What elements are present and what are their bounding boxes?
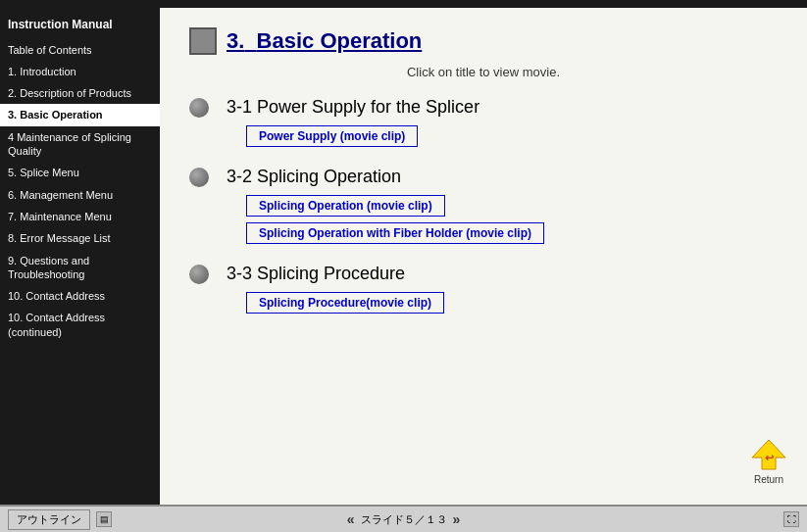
section-31-title: 3-1 Power Supply for the Splicer: [227, 97, 479, 118]
sidebar-item-toc[interactable]: Table of Contents: [0, 39, 160, 61]
link-proc[interactable]: Splicing Procedure(movie clip): [246, 292, 444, 314]
section-32-links: Splicing Operation (movie clip)Splicing …: [246, 195, 778, 244]
outline-icon[interactable]: ▤: [96, 511, 112, 527]
sidebar-item-contact[interactable]: 10. Contact Address: [0, 285, 160, 307]
sidebar-item-mgmt[interactable]: 6. Management Menu: [0, 184, 160, 206]
sidebar: Instruction Manual Table of Contents1. I…: [0, 8, 160, 505]
sidebar-item-qa[interactable]: 9. Questions and Troubleshooting: [0, 250, 160, 286]
return-icon: ↩: [750, 438, 787, 472]
sidebar-item-contact2[interactable]: 10. Contact Address (continued): [0, 307, 160, 343]
sections-container: 3-1 Power Supply for the SplicerPower Su…: [189, 97, 778, 314]
sidebar-item-splice[interactable]: 5. Splice Menu: [0, 162, 160, 183]
link-power[interactable]: Power Supply (movie clip): [246, 125, 418, 147]
click-hint: Click on title to view movie.: [189, 65, 778, 79]
next-arrow[interactable]: »: [453, 511, 461, 527]
title-icon: [189, 27, 217, 55]
page-number: 3.: [227, 28, 244, 53]
bottom-right: ⛶: [783, 511, 799, 527]
return-label: Return: [754, 474, 783, 485]
sidebar-item-error[interactable]: 8. Error Message List: [0, 227, 160, 249]
outline-button[interactable]: アウトライン: [8, 509, 90, 530]
sidebar-app-title: Instruction Manual: [0, 12, 160, 39]
svg-text:↩: ↩: [765, 452, 775, 463]
section-33-links: Splicing Procedure(movie clip): [246, 292, 778, 314]
sidebar-nav: Table of Contents1. Introduction2. Descr…: [0, 39, 160, 343]
content-area: 3. Basic Operation Click on title to vie…: [160, 8, 807, 505]
section-32: 3-2 Splicing OperationSplicing Operation…: [189, 167, 778, 244]
return-button[interactable]: ↩ Return: [750, 438, 787, 485]
section-33-bullet: [189, 265, 209, 284]
section-32-header: 3-2 Splicing Operation: [189, 167, 778, 187]
page-title-text: Basic Operation: [257, 28, 423, 53]
link-splice1[interactable]: Splicing Operation (movie clip): [246, 195, 445, 217]
page-title: 3. Basic Operation: [227, 28, 422, 54]
sidebar-item-basic[interactable]: 3. Basic Operation: [0, 104, 160, 125]
section-31-bullet: [189, 98, 209, 118]
sidebar-item-intro[interactable]: 1. Introduction: [0, 61, 160, 82]
section-32-title: 3-2 Splicing Operation: [227, 167, 401, 187]
section-32-bullet: [189, 168, 209, 187]
section-31-links: Power Supply (movie clip): [246, 125, 778, 147]
sidebar-item-maint2[interactable]: 7. Maintenance Menu: [0, 206, 160, 227]
page-title-row: 3. Basic Operation: [189, 27, 778, 55]
section-33-title: 3-3 Splicing Procedure: [227, 264, 405, 284]
section-31: 3-1 Power Supply for the SplicerPower Su…: [189, 97, 778, 147]
section-33: 3-3 Splicing ProcedureSplicing Procedure…: [189, 264, 778, 314]
link-splice2[interactable]: Splicing Operation with Fiber Holder (mo…: [246, 222, 544, 244]
main-area: Instruction Manual Table of Contents1. I…: [0, 8, 807, 505]
section-31-header: 3-1 Power Supply for the Splicer: [189, 97, 778, 118]
bottom-left: アウトライン ▤: [8, 509, 112, 530]
top-bar: [0, 0, 807, 8]
bottom-bar: アウトライン ▤ « スライド５／１３ » ⛶: [0, 505, 807, 532]
sidebar-item-desc[interactable]: 2. Description of Products: [0, 82, 160, 104]
section-33-header: 3-3 Splicing Procedure: [189, 264, 778, 284]
sidebar-item-maint[interactable]: 4 Maintenance of Splicing Quality: [0, 126, 160, 163]
fullscreen-icon[interactable]: ⛶: [783, 511, 799, 527]
prev-arrow[interactable]: «: [347, 511, 355, 527]
bottom-center: « スライド５／１３ »: [347, 511, 461, 527]
slide-info: スライド５／１３: [361, 512, 447, 527]
